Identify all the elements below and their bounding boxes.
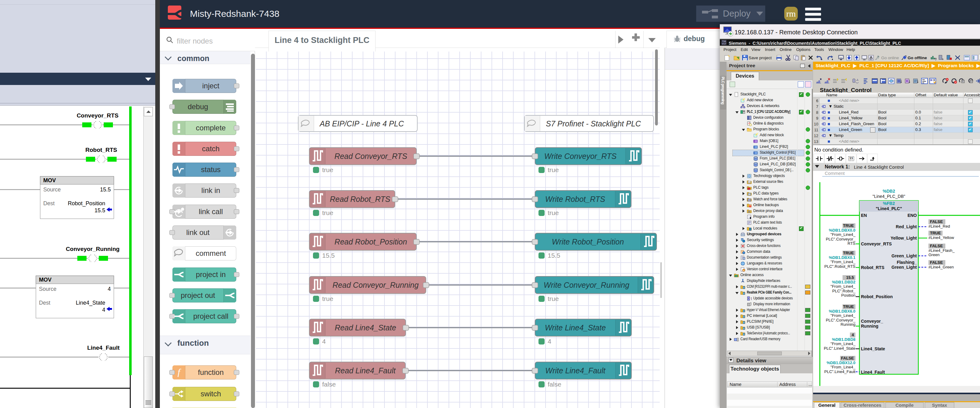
svg-text:A: A	[743, 270, 745, 271]
svg-text:15.5: 15.5	[548, 252, 560, 259]
svg-text:Robot_RTS: Robot_RTS	[85, 147, 117, 153]
svg-text:Robot_Position: Robot_Position	[68, 200, 105, 207]
svg-text:PLC".Conveyor_: PLC".Conveyor_	[826, 237, 856, 241]
svg-text:%DB1.DBX6.0: %DB1.DBX6.0	[829, 309, 856, 314]
svg-text:PLC".Robot_RTS: PLC".Robot_RTS	[824, 264, 856, 269]
svg-text:MOV: MOV	[39, 277, 51, 283]
svg-text:"From_Line4_: "From_Line4_	[830, 365, 856, 369]
svg-text:TRUE: TRUE	[843, 251, 854, 255]
svg-text:EN: EN	[861, 213, 867, 218]
svg-text:Read Line4_Fault: Read Line4_Fault	[335, 366, 396, 375]
svg-text:#Line4_Yellow: #Line4_Yellow	[929, 235, 954, 240]
svg-text:..: ..	[891, 80, 892, 83]
svg-text:15.5: 15.5	[322, 252, 335, 259]
svg-text:4: 4	[108, 286, 111, 292]
svg-text:Read Line4_State: Read Line4_State	[335, 323, 396, 332]
svg-text:true: true	[322, 209, 333, 216]
svg-text:#Line4_Flash_: #Line4_Flash_	[929, 248, 955, 253]
svg-text:RT: RT	[870, 58, 873, 60]
svg-text:ENO: ENO	[908, 213, 917, 218]
svg-text:#Line4_Green: #Line4_Green	[929, 265, 954, 269]
svg-text:Conveyor_RTS: Conveyor_RTS	[77, 112, 118, 119]
svg-text:Conveyor_: Conveyor_	[861, 319, 883, 324]
svg-text:FALSE: FALSE	[930, 219, 943, 224]
svg-text:4: 4	[322, 338, 326, 345]
svg-text:4: 4	[548, 338, 551, 345]
svg-text:%DB1.DBD2: %DB1.DBD2	[832, 280, 856, 284]
svg-text:?: ?	[751, 297, 752, 301]
svg-text:Robot_RTS: Robot_RTS	[861, 265, 884, 270]
svg-text:Conveyor_Running: Conveyor_Running	[66, 246, 119, 252]
svg-text:Flashing_: Flashing_	[897, 260, 917, 265]
svg-text:"From_Line4_: "From_Line4_	[830, 313, 856, 318]
svg-text:true: true	[548, 209, 559, 216]
svg-text:%FB2: %FB2	[883, 201, 895, 206]
svg-text:f: f	[178, 367, 181, 377]
svg-text:"Line4_PLC": "Line4_PLC"	[876, 206, 902, 211]
svg-text:Running: Running	[861, 324, 878, 329]
svg-text:15.5: 15.5	[846, 275, 854, 280]
svg-text:Write Robot_Position: Write Robot_Position	[552, 237, 624, 246]
svg-text:Line4_Fault: Line4_Fault	[87, 344, 120, 351]
svg-text:Green_Light: Green_Light	[892, 253, 917, 258]
svg-text:Source: Source	[43, 187, 61, 193]
svg-text:%DB2: %DB2	[883, 189, 895, 194]
svg-text:%DB1.DBX0.1: %DB1.DBX0.1	[829, 255, 856, 260]
svg-text:true: true	[548, 295, 559, 302]
svg-text:01: 01	[748, 181, 751, 183]
svg-text:4: 4	[852, 333, 854, 337]
svg-text:TRUE: TRUE	[843, 304, 854, 309]
svg-text:Green: Green	[929, 252, 940, 257]
svg-text:PLC".Line4_Fault: PLC".Line4_Fault	[824, 369, 856, 374]
svg-text:Green_Light: Green_Light	[892, 265, 917, 270]
svg-text:"From_Line4_: "From_Line4_	[830, 284, 856, 289]
svg-text:Dest: Dest	[39, 300, 50, 306]
svg-text:TRUE: TRUE	[843, 223, 854, 228]
svg-text:i: i	[749, 216, 749, 218]
svg-text:Read Robot_Position: Read Robot_Position	[334, 237, 407, 246]
svg-text:S7 Profinet - Stacklight PLC: S7 Profinet - Stacklight PLC	[546, 119, 641, 128]
svg-text:"From_Line4_: "From_Line4_	[830, 232, 856, 237]
svg-text:Write Conveyor_Running: Write Conveyor_Running	[544, 281, 629, 289]
svg-text:Write Line4_Fault: Write Line4_Fault	[545, 366, 606, 375]
svg-text:Running: Running	[841, 322, 856, 327]
svg-text:MOV: MOV	[43, 177, 56, 183]
svg-text:"Line4_PLC_DB": "Line4_PLC_DB"	[873, 194, 905, 199]
svg-text:15.5: 15.5	[94, 207, 105, 214]
svg-text:#Line4_Red: #Line4_Red	[929, 224, 950, 229]
svg-text:%DB1.DBX12.0: %DB1.DBX12.0	[827, 360, 856, 365]
svg-text:Line4_State: Line4_State	[76, 300, 105, 306]
svg-text:"From_Line4_: "From_Line4_	[830, 260, 856, 264]
svg-text:4: 4	[102, 307, 105, 313]
svg-text:Write Line4_State: Write Line4_State	[545, 323, 606, 332]
svg-text:AB EIP/CIP - Line 4 PLC: AB EIP/CIP - Line 4 PLC	[319, 119, 404, 128]
svg-text:false: false	[548, 381, 561, 388]
svg-text:RTS: RTS	[848, 241, 856, 246]
svg-text:Conveyor_RTS: Conveyor_RTS	[861, 241, 892, 246]
svg-text:true: true	[548, 166, 559, 173]
svg-text:Line4_Fault: Line4_Fault	[861, 370, 885, 375]
svg-text:FALSE: FALSE	[841, 356, 854, 360]
svg-text:FALSE: FALSE	[930, 244, 943, 248]
svg-text:PLC".Line4_State: PLC".Line4_State	[824, 346, 856, 351]
svg-text:01: 01	[840, 56, 843, 59]
svg-text:true: true	[322, 166, 333, 173]
svg-text:15.5: 15.5	[100, 187, 111, 193]
svg-text:?: ?	[935, 58, 936, 61]
svg-text:??: ??	[849, 157, 853, 160]
svg-text:Read Conveyor_RTS: Read Conveyor_RTS	[334, 152, 407, 160]
svg-text:Red_Light: Red_Light	[896, 224, 917, 229]
svg-text:Write Robot_RTS: Write Robot_RTS	[545, 195, 605, 203]
svg-text:"From_Line4_: "From_Line4_	[830, 341, 856, 346]
svg-text:Dest: Dest	[43, 200, 55, 206]
svg-text:Position: Position	[841, 293, 856, 298]
svg-text:Read Robot_RTS: Read Robot_RTS	[330, 195, 390, 203]
svg-text:TRUE: TRUE	[930, 231, 941, 235]
svg-text:true: true	[322, 295, 333, 302]
svg-text:Yellow_Light: Yellow_Light	[890, 236, 917, 241]
svg-text:Source: Source	[39, 286, 56, 292]
svg-text:%DB1.DBX0.0: %DB1.DBX0.0	[829, 228, 856, 233]
svg-text:Read Conveyor_Running: Read Conveyor_Running	[332, 281, 419, 289]
svg-text:%DB1.DBD8: %DB1.DBD8	[832, 337, 856, 342]
svg-text:false: false	[322, 381, 336, 388]
